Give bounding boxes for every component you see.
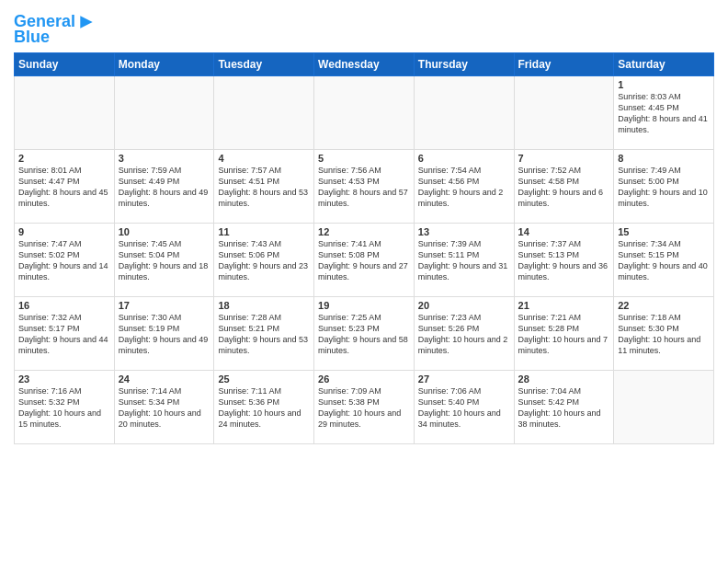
calendar-cell xyxy=(614,371,714,444)
calendar-cell: 18Sunrise: 7:28 AM Sunset: 5:21 PM Dayli… xyxy=(214,297,314,371)
day-detail: Sunrise: 7:18 AM Sunset: 5:30 PM Dayligh… xyxy=(618,312,710,357)
day-number: 20 xyxy=(418,300,510,311)
day-detail: Sunrise: 7:04 AM Sunset: 5:42 PM Dayligh… xyxy=(518,385,610,431)
svg-marker-0 xyxy=(80,16,92,28)
day-detail: Sunrise: 7:23 AM Sunset: 5:26 PM Dayligh… xyxy=(418,312,510,357)
day-number: 2 xyxy=(18,153,110,164)
calendar-cell: 26Sunrise: 7:09 AM Sunset: 5:38 PM Dayli… xyxy=(314,371,415,444)
day-detail: Sunrise: 7:16 AM Sunset: 5:32 PM Dayligh… xyxy=(18,385,110,431)
day-number: 25 xyxy=(218,373,310,385)
calendar-day-header: Wednesday xyxy=(314,53,415,76)
calendar-cell: 11Sunrise: 7:43 AM Sunset: 5:06 PM Dayli… xyxy=(214,224,314,297)
calendar-cell: 3Sunrise: 7:59 AM Sunset: 4:49 PM Daylig… xyxy=(114,150,214,224)
calendar-day-header: Sunday xyxy=(15,53,115,76)
calendar-day-header: Friday xyxy=(514,53,614,76)
day-number: 15 xyxy=(618,226,710,237)
day-number: 9 xyxy=(18,226,110,237)
calendar-cell xyxy=(114,76,214,150)
day-number: 19 xyxy=(318,300,410,311)
day-detail: Sunrise: 7:32 AM Sunset: 5:17 PM Dayligh… xyxy=(18,312,110,357)
calendar-cell: 28Sunrise: 7:04 AM Sunset: 5:42 PM Dayli… xyxy=(514,371,614,444)
day-number: 27 xyxy=(418,373,510,385)
calendar-week-row: 23Sunrise: 7:16 AM Sunset: 5:32 PM Dayli… xyxy=(15,371,714,444)
calendar-cell: 16Sunrise: 7:32 AM Sunset: 5:17 PM Dayli… xyxy=(15,297,115,371)
calendar-cell xyxy=(15,76,115,150)
calendar-cell: 5Sunrise: 7:56 AM Sunset: 4:53 PM Daylig… xyxy=(314,150,415,224)
calendar-cell: 17Sunrise: 7:30 AM Sunset: 5:19 PM Dayli… xyxy=(114,297,214,371)
calendar-cell: 1Sunrise: 8:03 AM Sunset: 4:45 PM Daylig… xyxy=(614,76,714,150)
calendar-cell: 10Sunrise: 7:45 AM Sunset: 5:04 PM Dayli… xyxy=(114,224,214,297)
calendar-cell: 6Sunrise: 7:54 AM Sunset: 4:56 PM Daylig… xyxy=(414,150,514,224)
calendar-week-row: 16Sunrise: 7:32 AM Sunset: 5:17 PM Dayli… xyxy=(15,297,714,371)
day-detail: Sunrise: 7:34 AM Sunset: 5:15 PM Dayligh… xyxy=(618,238,710,283)
day-detail: Sunrise: 7:52 AM Sunset: 4:58 PM Dayligh… xyxy=(518,165,610,210)
day-detail: Sunrise: 7:49 AM Sunset: 5:00 PM Dayligh… xyxy=(618,165,710,210)
calendar-cell: 9Sunrise: 7:47 AM Sunset: 5:02 PM Daylig… xyxy=(15,224,115,297)
main-container: General Blue SundayMondayTuesdayWednesda… xyxy=(0,0,728,449)
logo: General Blue xyxy=(14,13,96,47)
calendar-cell: 4Sunrise: 7:57 AM Sunset: 4:51 PM Daylig… xyxy=(214,150,314,224)
calendar-day-header: Monday xyxy=(114,53,214,76)
calendar-week-row: 1Sunrise: 8:03 AM Sunset: 4:45 PM Daylig… xyxy=(15,76,714,150)
day-number: 6 xyxy=(418,153,510,164)
calendar-cell: 2Sunrise: 8:01 AM Sunset: 4:47 PM Daylig… xyxy=(15,150,115,224)
day-detail: Sunrise: 7:11 AM Sunset: 5:36 PM Dayligh… xyxy=(218,385,310,431)
calendar-cell: 15Sunrise: 7:34 AM Sunset: 5:15 PM Dayli… xyxy=(614,224,714,297)
calendar-day-header: Saturday xyxy=(614,53,714,76)
calendar-week-row: 2Sunrise: 8:01 AM Sunset: 4:47 PM Daylig… xyxy=(15,150,714,224)
calendar-cell: 14Sunrise: 7:37 AM Sunset: 5:13 PM Dayli… xyxy=(514,224,614,297)
day-detail: Sunrise: 7:47 AM Sunset: 5:02 PM Dayligh… xyxy=(18,238,110,283)
day-number: 5 xyxy=(318,153,410,164)
day-detail: Sunrise: 7:54 AM Sunset: 4:56 PM Dayligh… xyxy=(418,165,510,210)
day-detail: Sunrise: 8:03 AM Sunset: 4:45 PM Dayligh… xyxy=(618,91,710,136)
day-number: 28 xyxy=(518,373,610,385)
calendar-cell: 21Sunrise: 7:21 AM Sunset: 5:28 PM Dayli… xyxy=(514,297,614,371)
calendar-cell xyxy=(214,76,314,150)
header-row: General Blue xyxy=(14,9,714,47)
calendar-cell: 22Sunrise: 7:18 AM Sunset: 5:30 PM Dayli… xyxy=(614,297,714,371)
day-detail: Sunrise: 7:39 AM Sunset: 5:11 PM Dayligh… xyxy=(418,238,510,283)
day-detail: Sunrise: 7:45 AM Sunset: 5:04 PM Dayligh… xyxy=(119,238,210,283)
day-detail: Sunrise: 7:57 AM Sunset: 4:51 PM Dayligh… xyxy=(218,165,310,210)
calendar-cell: 8Sunrise: 7:49 AM Sunset: 5:00 PM Daylig… xyxy=(614,150,714,224)
calendar-header-row: SundayMondayTuesdayWednesdayThursdayFrid… xyxy=(15,53,714,76)
day-detail: Sunrise: 7:56 AM Sunset: 4:53 PM Dayligh… xyxy=(318,165,410,210)
day-number: 11 xyxy=(218,226,310,237)
day-number: 14 xyxy=(518,226,610,237)
calendar-cell: 25Sunrise: 7:11 AM Sunset: 5:36 PM Dayli… xyxy=(214,371,314,444)
day-number: 1 xyxy=(618,79,710,90)
day-number: 3 xyxy=(119,153,210,164)
day-detail: Sunrise: 7:09 AM Sunset: 5:38 PM Dayligh… xyxy=(318,385,410,431)
day-detail: Sunrise: 7:59 AM Sunset: 4:49 PM Dayligh… xyxy=(119,165,210,210)
day-detail: Sunrise: 7:41 AM Sunset: 5:08 PM Dayligh… xyxy=(318,238,410,283)
day-number: 4 xyxy=(218,153,310,164)
day-detail: Sunrise: 7:30 AM Sunset: 5:19 PM Dayligh… xyxy=(119,312,210,357)
day-number: 8 xyxy=(618,153,710,164)
calendar-cell xyxy=(414,76,514,150)
calendar-table: SundayMondayTuesdayWednesdayThursdayFrid… xyxy=(14,52,714,444)
day-number: 17 xyxy=(119,300,210,311)
day-detail: Sunrise: 7:43 AM Sunset: 5:06 PM Dayligh… xyxy=(218,238,310,283)
calendar-cell: 19Sunrise: 7:25 AM Sunset: 5:23 PM Dayli… xyxy=(314,297,415,371)
calendar-cell xyxy=(314,76,415,150)
day-number: 18 xyxy=(218,300,310,311)
day-number: 16 xyxy=(18,300,110,311)
day-detail: Sunrise: 7:25 AM Sunset: 5:23 PM Dayligh… xyxy=(318,312,410,357)
calendar-cell: 24Sunrise: 7:14 AM Sunset: 5:34 PM Dayli… xyxy=(114,371,214,444)
day-number: 24 xyxy=(119,373,210,385)
day-detail: Sunrise: 8:01 AM Sunset: 4:47 PM Dayligh… xyxy=(18,165,110,210)
calendar-day-header: Thursday xyxy=(414,53,514,76)
day-detail: Sunrise: 7:21 AM Sunset: 5:28 PM Dayligh… xyxy=(518,312,610,357)
day-number: 12 xyxy=(318,226,410,237)
day-number: 26 xyxy=(318,373,410,385)
day-number: 21 xyxy=(518,300,610,311)
calendar-cell: 23Sunrise: 7:16 AM Sunset: 5:32 PM Dayli… xyxy=(15,371,115,444)
day-detail: Sunrise: 7:37 AM Sunset: 5:13 PM Dayligh… xyxy=(518,238,610,283)
day-detail: Sunrise: 7:14 AM Sunset: 5:34 PM Dayligh… xyxy=(119,385,210,431)
day-number: 7 xyxy=(518,153,610,164)
day-number: 13 xyxy=(418,226,510,237)
day-number: 10 xyxy=(119,226,210,237)
calendar-cell: 13Sunrise: 7:39 AM Sunset: 5:11 PM Dayli… xyxy=(414,224,514,297)
calendar-day-header: Tuesday xyxy=(214,53,314,76)
calendar-cell: 27Sunrise: 7:06 AM Sunset: 5:40 PM Dayli… xyxy=(414,371,514,444)
